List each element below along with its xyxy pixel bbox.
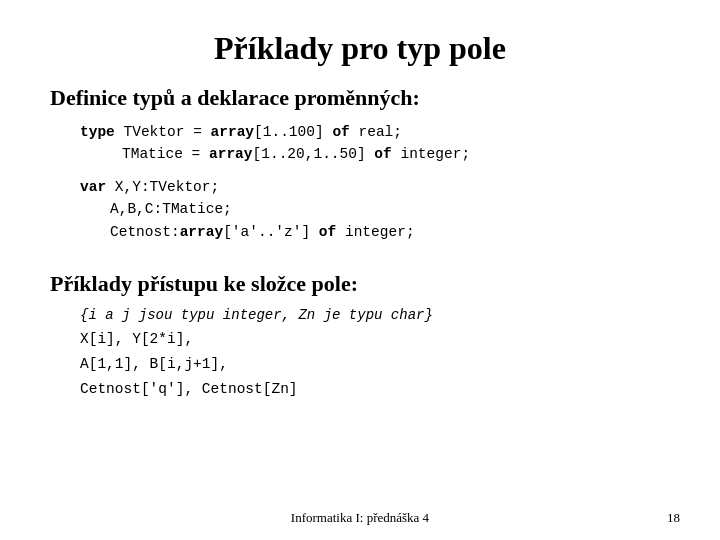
footer-text: Informatika I: přednáška 4: [291, 510, 429, 526]
section1: Definice typů a deklarace proměnných: ty…: [50, 85, 670, 253]
section1-heading: Definice typů a deklarace proměnných:: [50, 85, 670, 111]
access-line-1: X[i], Y[2*i],: [80, 327, 670, 352]
slide-container: Příklady pro typ pole Definice typů a de…: [0, 0, 720, 540]
code-access-lines: X[i], Y[2*i], A[1,1], B[i,j+1], Cetnost[…: [80, 327, 670, 401]
section2-heading: Příklady přístupu ke složce pole:: [50, 271, 670, 297]
footer: Informatika I: přednáška 4: [0, 510, 720, 526]
code-kw-var: var X,Y:TVektor;: [80, 179, 219, 195]
section2: Příklady přístupu ke složce pole: {i a j…: [50, 271, 670, 401]
code-tmatice: TMatice = array[1..20,1..50] of integer;: [122, 146, 470, 162]
code-comment: {i a j jsou typu integer, Zn je typu cha…: [80, 307, 670, 323]
access-line-2: A[1,1], B[i,j+1],: [80, 352, 670, 377]
code-abc: A,B,C:TMatice;: [110, 201, 232, 217]
slide-title: Příklady pro typ pole: [50, 30, 670, 67]
footer-page: 18: [667, 510, 680, 526]
code-cetnost: Cetnost:array['a'..'z'] of integer;: [110, 224, 415, 240]
code-kw-type: type TVektor = array[1..100] of real;: [80, 124, 402, 140]
code-block-types: type TVektor = array[1..100] of real; TM…: [80, 121, 670, 166]
code-block-var: var X,Y:TVektor; A,B,C:TMatice; Cetnost:…: [80, 176, 670, 243]
access-line-3: Cetnost['q'], Cetnost[Zn]: [80, 377, 670, 402]
